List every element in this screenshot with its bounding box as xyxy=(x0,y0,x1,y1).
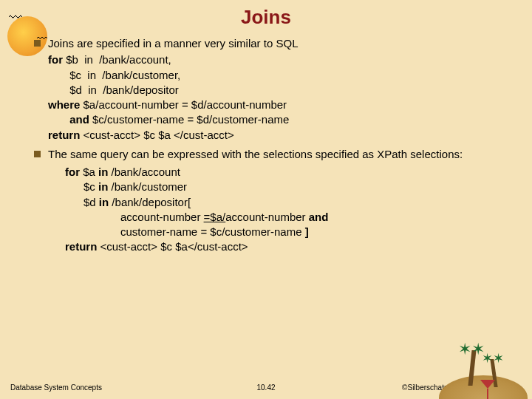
code-text: $a/account-number = $d/account-number xyxy=(80,98,287,111)
kw-and: and xyxy=(309,211,329,223)
footer-left: Database System Concepts xyxy=(10,383,102,392)
bullet-item: Joins are specified in a manner very sim… xyxy=(34,36,511,51)
code-text: account-number xyxy=(65,211,204,223)
slide-content: Joins are specified in a manner very sim… xyxy=(21,36,511,255)
code-block: for $b in /bank/account, $c in /bank/cus… xyxy=(34,52,511,143)
code-text: $b in /bank/account, xyxy=(63,53,171,66)
slide-title: Joins xyxy=(21,6,511,29)
code-text xyxy=(48,83,69,96)
kw-in: in xyxy=(98,166,108,178)
code-text: /bank/customer xyxy=(108,180,187,193)
kw-return: return xyxy=(48,129,80,141)
kw-for: for xyxy=(48,53,63,66)
code-block: for $a in /bank/account $c in /bank/cust… xyxy=(34,165,511,255)
code-underline: =$a/ xyxy=(204,211,226,223)
code-text: $d in /bank/depositor xyxy=(69,83,179,96)
kw-return: return xyxy=(65,240,97,253)
kw-and: and xyxy=(69,113,89,126)
bird-icon: 〰 xyxy=(37,33,47,44)
footer-page-number: 10.42 xyxy=(256,383,275,392)
code-text: ] xyxy=(302,225,309,238)
code-text: account-number xyxy=(225,211,309,223)
palm-graphic: ✶✶ ✶✶ xyxy=(439,332,528,399)
code-text: <cust-acct> $c $a</cust-acct> xyxy=(97,240,248,253)
code-text: $a xyxy=(80,166,98,178)
code-text: <cust-acct> $c $a </cust-acct> xyxy=(80,129,233,141)
bullet-item: The same query can be expressed with the… xyxy=(34,147,511,162)
code-text: $d xyxy=(65,196,99,208)
square-bullet-icon xyxy=(34,151,41,157)
umbrella-icon xyxy=(480,380,495,389)
code-text xyxy=(48,113,69,126)
code-text: /bank/account xyxy=(108,166,180,178)
code-text: $c/customer-name = $d/customer-name xyxy=(89,113,290,126)
code-text: $c in /bank/customer, xyxy=(69,69,180,81)
palm-leaves-icon: ✶✶ xyxy=(482,352,504,365)
code-text: customer-name = $c/customer-name xyxy=(65,225,302,238)
kw-where: where xyxy=(48,98,80,111)
bullet-text: The same query can be expressed with the… xyxy=(48,147,511,162)
bird-icon: 〰 xyxy=(9,10,22,26)
kw-for: for xyxy=(65,166,80,178)
code-text: $c xyxy=(65,180,98,193)
kw-in: in xyxy=(98,180,108,193)
code-text: /bank/depositor[ xyxy=(109,196,191,208)
palm-leaves-icon: ✶✶ xyxy=(458,341,485,358)
kw-in: in xyxy=(99,196,109,208)
code-text xyxy=(48,69,69,81)
bullet-text: Joins are specified in a manner very sim… xyxy=(48,36,511,51)
